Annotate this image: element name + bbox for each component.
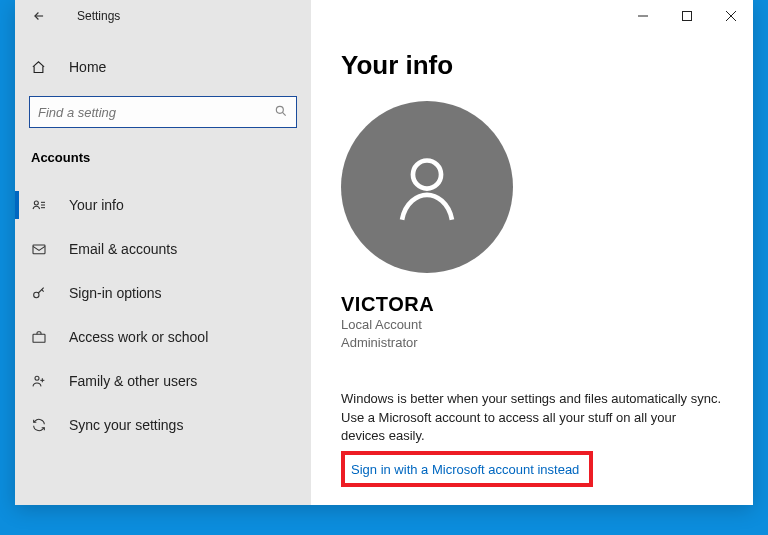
account-type: Local Account (341, 316, 723, 334)
sidebar-item-sync[interactable]: Sync your settings (15, 405, 311, 445)
svg-point-5 (35, 376, 39, 380)
svg-rect-2 (33, 245, 45, 254)
sidebar-item-label: Sign-in options (69, 285, 162, 301)
sidebar-item-label: Email & accounts (69, 241, 177, 257)
minimize-button[interactable] (621, 0, 665, 32)
svg-point-0 (276, 106, 283, 113)
settings-window: Settings Home Accounts Your info (15, 0, 753, 505)
search-container (29, 96, 297, 128)
search-box[interactable] (29, 96, 297, 128)
sidebar-item-label: Access work or school (69, 329, 208, 345)
user-icon (388, 148, 466, 226)
home-icon (31, 60, 51, 75)
sidebar-item-your-info[interactable]: Your info (15, 185, 311, 225)
sidebar-item-email[interactable]: Email & accounts (15, 229, 311, 269)
description-text: Windows is better when your settings and… (341, 390, 723, 445)
account-role: Administrator (341, 334, 723, 352)
arrow-left-icon (32, 9, 46, 23)
content-area: Your info VICTORA Local Account Administ… (311, 0, 753, 505)
close-icon (726, 11, 736, 21)
username: VICTORA (341, 293, 723, 316)
maximize-button[interactable] (665, 0, 709, 32)
sidebar-item-label: Sync your settings (69, 417, 183, 433)
search-input[interactable] (38, 105, 274, 120)
sidebar-item-family[interactable]: Family & other users (15, 361, 311, 401)
sidebar-item-signin[interactable]: Sign-in options (15, 273, 311, 313)
content-inner: Your info VICTORA Local Account Administ… (311, 32, 753, 487)
window-title: Settings (77, 9, 120, 23)
svg-point-1 (34, 201, 38, 205)
briefcase-icon (31, 329, 51, 345)
titlebar-left: Settings (15, 0, 311, 32)
window-controls (311, 0, 753, 32)
user-card-icon (31, 197, 51, 213)
maximize-icon (682, 11, 692, 21)
sidebar: Settings Home Accounts Your info (15, 0, 311, 505)
section-title: Accounts (31, 150, 311, 165)
sync-icon (31, 417, 51, 433)
search-icon (274, 104, 288, 121)
sidebar-item-label: Family & other users (69, 373, 197, 389)
mail-icon (31, 241, 51, 257)
home-label: Home (69, 59, 106, 75)
svg-point-7 (413, 160, 441, 188)
back-button[interactable] (23, 0, 55, 32)
svg-rect-4 (33, 334, 45, 342)
close-button[interactable] (709, 0, 753, 32)
avatar (341, 101, 513, 273)
signin-microsoft-link[interactable]: Sign in with a Microsoft account instead (351, 462, 579, 477)
svg-rect-6 (683, 12, 692, 21)
highlight-box: Sign in with a Microsoft account instead (341, 451, 593, 487)
svg-point-3 (34, 292, 39, 297)
sidebar-item-label: Your info (69, 197, 124, 213)
family-icon (31, 373, 51, 389)
minimize-icon (638, 11, 648, 21)
home-nav[interactable]: Home (15, 48, 311, 86)
nav-list: Your info Email & accounts Sign-in optio… (15, 185, 311, 449)
key-icon (31, 285, 51, 301)
page-title: Your info (341, 50, 723, 81)
sidebar-item-work[interactable]: Access work or school (15, 317, 311, 357)
